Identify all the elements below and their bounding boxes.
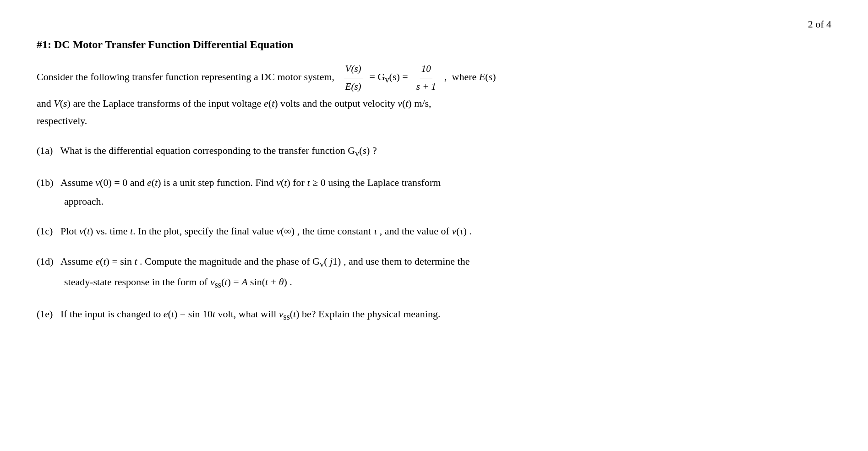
tf-sub-v: v bbox=[385, 76, 389, 85]
page-number: 2 of 4 bbox=[37, 18, 831, 30]
intro-line2-text: and V(s) are the Laplace transforms of t… bbox=[37, 98, 431, 109]
gv-sub-1a: v bbox=[355, 149, 359, 158]
part-1d-label: (1d) bbox=[37, 255, 59, 267]
part-1c-text: Plot v(t) vs. time t. In the plot, speci… bbox=[60, 225, 472, 237]
tf-rhs-numerator: 10 bbox=[420, 61, 432, 78]
tf-lhs-denominator: E(s) bbox=[344, 78, 363, 95]
tf-where-text: , where E(s) bbox=[442, 71, 496, 82]
part-1b-text: Assume v(0) = 0 and e(t) is a unit step … bbox=[60, 177, 441, 188]
part-1d: (1d) Assume e(t) = sin t . Compute the m… bbox=[37, 253, 831, 293]
part-1d-line2: steady-state response in the form of vss… bbox=[37, 273, 831, 293]
part-1e: (1e) If the input is changed to e(t) = s… bbox=[37, 305, 831, 325]
part-1a: (1a) What is the differential equation c… bbox=[37, 142, 831, 161]
part-1c-label: (1c) bbox=[37, 225, 58, 237]
intro-line1-text: Consider the following transfer function… bbox=[37, 71, 334, 82]
tf-rhs-denominator: s + 1 bbox=[415, 78, 437, 95]
part-1e-text: If the input is changed to e(t) = sin 10… bbox=[60, 308, 441, 320]
part-1d-text: Assume e(t) = sin t . Compute the magnit… bbox=[60, 255, 470, 267]
problem-title-text: #1: DC Motor Transfer Function Different… bbox=[37, 38, 293, 50]
vss-sub-1e: ss bbox=[284, 312, 290, 321]
part-1e-label: (1e) bbox=[37, 308, 58, 320]
part-1b-label: (1b) bbox=[37, 177, 59, 188]
tf-lhs-numerator: V(s) bbox=[344, 61, 363, 78]
intro-line3-text: respectively. bbox=[37, 115, 87, 126]
tf-rhs-fraction: 10 s + 1 bbox=[415, 61, 437, 95]
intro-paragraph: Consider the following transfer function… bbox=[37, 61, 831, 129]
part-1c: (1c) Plot v(t) vs. time t. In the plot, … bbox=[37, 223, 831, 239]
part-1a-text: What is the differential equation corres… bbox=[60, 145, 377, 156]
page-container: 2 of 4 #1: DC Motor Transfer Function Di… bbox=[37, 18, 831, 325]
tf-lhs-fraction: V(s) E(s) bbox=[344, 61, 363, 95]
problem-title: #1: DC Motor Transfer Function Different… bbox=[37, 38, 831, 51]
part-1a-label: (1a) bbox=[37, 145, 58, 156]
gv-sub-1d: v bbox=[320, 260, 324, 269]
vss-sub-1d: ss bbox=[215, 281, 221, 290]
page-number-text: 2 of 4 bbox=[808, 18, 831, 30]
part-1b-line2: approach. bbox=[37, 193, 831, 210]
part-1b: (1b) Assume v(0) = 0 and e(t) is a unit … bbox=[37, 174, 831, 210]
tf-eq-text: = Gv(s) = bbox=[367, 71, 410, 82]
